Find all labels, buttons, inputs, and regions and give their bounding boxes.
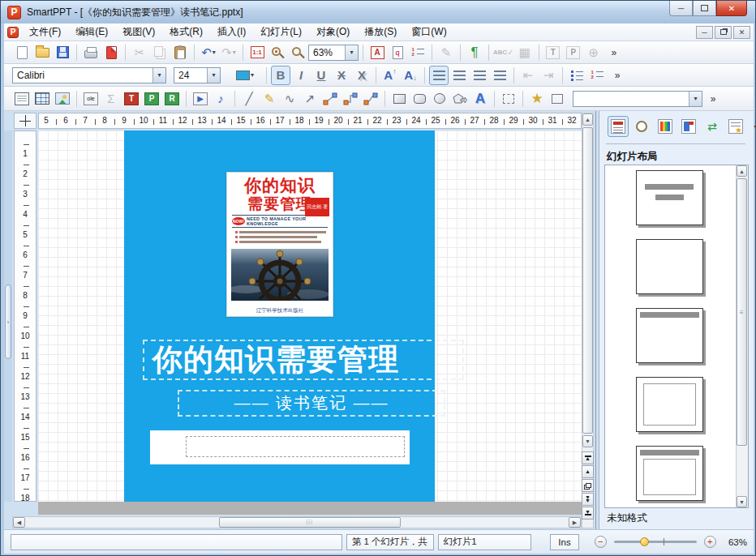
slide-text-box[interactable] — [150, 430, 410, 464]
menu-format[interactable]: 格式(R) — [162, 24, 210, 41]
insert-table-button[interactable] — [32, 89, 52, 109]
draw-curve-button[interactable]: ∿ — [280, 89, 299, 109]
menu-window[interactable]: 窗口(W) — [404, 24, 453, 41]
slide-subtitle-placeholder[interactable]: —— 读书笔记 —— — [178, 390, 445, 417]
layout-thumbnail-title-subtitle[interactable] — [636, 170, 703, 225]
layout-thumbnail-blank[interactable] — [636, 239, 703, 294]
panel-menu-button[interactable]: ▾ — [749, 116, 756, 137]
shrink-font-button[interactable]: A↓ — [401, 66, 420, 85]
empty-text-placeholder[interactable] — [186, 436, 405, 457]
gallery-button[interactable]: ▦ — [515, 43, 535, 62]
character-dialog-button[interactable]: A — [367, 43, 387, 62]
list-scroll-up-button[interactable]: ▲ — [737, 165, 747, 177]
h-scroll-thumb[interactable]: ⦙⦙⦙ — [219, 517, 401, 528]
zoom-slider-track[interactable] — [614, 541, 697, 543]
layout-thumbnail-content[interactable] — [636, 377, 703, 432]
italic-button[interactable]: I — [291, 66, 311, 85]
master-pages-button[interactable] — [631, 116, 652, 137]
ruler-origin-button[interactable] — [14, 113, 37, 129]
list-scroll-down-button[interactable]: ▼ — [737, 496, 747, 507]
scroll-down-button[interactable]: ▼ — [582, 435, 593, 447]
font-color-button[interactable]: ▾ — [228, 66, 262, 85]
clone-formatting-button[interactable]: ✎ — [436, 43, 456, 62]
menu-view[interactable]: 视图(V) — [115, 24, 162, 41]
align-left-button[interactable] — [429, 66, 449, 85]
format-overflow-button[interactable]: » — [608, 66, 627, 85]
layout-list[interactable]: ▲ ≡ ▼ — [604, 165, 749, 508]
document-icon[interactable]: P — [7, 27, 19, 38]
select-objects-button[interactable] — [499, 89, 518, 109]
insert-video-button[interactable]: ▶ — [191, 89, 210, 109]
ellipse-button[interactable] — [430, 89, 449, 109]
insert-image-button[interactable] — [53, 89, 72, 109]
presentation-box-button[interactable]: P — [564, 43, 583, 62]
rectangle-button[interactable] — [389, 89, 409, 109]
connector-elbow-button[interactable] — [341, 89, 360, 109]
find-replace-button[interactable]: q — [388, 43, 407, 62]
draw-line-button[interactable]: ╱ — [239, 89, 259, 109]
v-ruler[interactable]: 123456789101112131415161718 — [14, 130, 37, 502]
justify-button[interactable] — [490, 66, 509, 85]
insert-audio-button[interactable]: ♪ — [211, 89, 230, 109]
undo-dropdown[interactable]: ▾ — [213, 49, 216, 56]
rounded-rectangle-button[interactable] — [410, 89, 429, 109]
custom-animation-button[interactable] — [725, 116, 746, 137]
font-color-dropdown[interactable]: ▾ — [251, 71, 254, 79]
increase-indent-button[interactable]: ⇥ — [539, 66, 558, 85]
menu-insert[interactable]: 插入(I) — [210, 24, 253, 41]
align-center-button[interactable] — [470, 66, 489, 85]
menu-edit[interactable]: 编辑(E) — [68, 24, 115, 41]
mdi-restore-button[interactable] — [715, 26, 732, 39]
zoom-slider-thumb[interactable] — [640, 537, 649, 546]
insert-mode-panel[interactable]: Ins — [550, 534, 579, 550]
draw-arrow-button[interactable]: ↗ — [300, 89, 320, 109]
zoom-page-button[interactable] — [268, 43, 287, 62]
layout-thumbnail-title-only[interactable] — [636, 308, 703, 363]
export-pdf-button[interactable] — [101, 43, 121, 62]
paste-button[interactable] — [170, 43, 190, 62]
shape-style-combobox[interactable]: ▾ — [573, 91, 702, 107]
mdi-minimize-button[interactable]: ─ — [696, 26, 713, 39]
next-slide-button[interactable]: ▼▼ — [582, 493, 594, 506]
save-button[interactable] — [53, 43, 72, 62]
zoom-combobox[interactable]: 63% ▾ — [308, 45, 359, 61]
formatting-marks-button[interactable]: ¶ — [465, 43, 484, 62]
menu-play[interactable]: 播放(S) — [357, 24, 404, 41]
layouts-tab-button[interactable] — [608, 116, 629, 137]
scroll-left-button[interactable]: ◀ — [13, 517, 25, 528]
actual-size-button[interactable]: 1:1 — [247, 43, 267, 62]
print-button[interactable] — [81, 43, 101, 62]
redo-button[interactable]: ↷▾ — [219, 43, 238, 62]
bold-button[interactable]: B — [271, 66, 290, 85]
fontwork-button[interactable]: A — [470, 89, 490, 109]
strikethrough-button[interactable]: X — [332, 66, 351, 85]
bullets-numbering-button[interactable] — [408, 43, 427, 62]
slide-canvas[interactable]: 你的知识 需要管理 田志刚 著 NOW! NEED TO MANAGE YOUR… — [38, 130, 582, 502]
stars-banners-button[interactable]: ★ — [527, 89, 547, 109]
insert-ole-button[interactable]: ole — [81, 89, 101, 109]
underline-button[interactable]: U — [311, 66, 331, 85]
list-scroll-thumb[interactable]: ≡ — [737, 178, 747, 446]
basic-shapes-button[interactable] — [450, 89, 470, 109]
scroll-right-button[interactable]: ▶ — [569, 517, 581, 528]
numbered-list-button[interactable] — [587, 66, 607, 85]
insert-presentation-object-button[interactable]: P — [142, 89, 161, 109]
spellcheck-button[interactable]: ABC✓ — [493, 43, 514, 62]
undo-button[interactable]: ↶▾ — [199, 43, 218, 62]
book-cover-image[interactable]: 你的知识 需要管理 田志刚 著 NOW! NEED TO MANAGE YOUR… — [226, 172, 333, 317]
zoom-combo-dropdown[interactable]: ▾ — [345, 45, 358, 60]
template-designs-button[interactable] — [678, 116, 699, 137]
zoom-out-button[interactable]: − — [595, 536, 607, 548]
font-size-combobox[interactable]: 24 ▾ — [174, 67, 221, 83]
web-publish-button[interactable]: ⊕ — [584, 43, 604, 62]
connector-straight-button[interactable] — [320, 89, 340, 109]
font-name-combobox[interactable]: Calibri ▾ — [12, 67, 166, 83]
menu-object[interactable]: 对象(O) — [309, 24, 357, 41]
v-scroll-thumb[interactable] — [582, 127, 593, 434]
copy-button[interactable] — [150, 43, 170, 62]
insert-text-object-button[interactable]: T — [122, 89, 141, 109]
insert-formula-button[interactable]: Σ — [101, 89, 121, 109]
menu-slide[interactable]: 幻灯片(L) — [253, 24, 309, 41]
slide-title-placeholder[interactable]: 你的知识需要管理 — [143, 340, 464, 380]
color-schemes-button[interactable] — [655, 116, 676, 137]
